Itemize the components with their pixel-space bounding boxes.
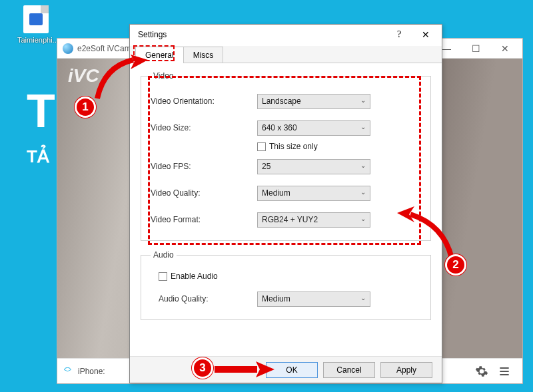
checkbox-label: This size only <box>269 142 318 151</box>
maximize-button[interactable]: ☐ <box>461 39 490 58</box>
help-button[interactable]: ? <box>386 25 412 44</box>
label-audio-quality: Audio Quality: <box>151 294 257 303</box>
settings-dialog: Settings ? ✕ General Miscs Video Video O… <box>129 24 442 383</box>
checkbox-label: Enable Audio <box>171 272 218 281</box>
chevron-down-icon: ⌄ <box>360 215 366 222</box>
settings-titlebar: Settings ? ✕ <box>130 25 442 45</box>
settings-title: Settings <box>138 30 386 39</box>
select-fps[interactable]: 25 ⌄ <box>257 159 370 174</box>
background-brand-text: T TẢ <box>27 88 55 167</box>
desktop-shortcut-label: Taimienphi.... <box>17 36 61 44</box>
annotation-arrow-1 <box>92 55 148 104</box>
svg-marker-3 <box>256 361 274 377</box>
chevron-down-icon: ⌄ <box>360 294 366 301</box>
label-orientation: Video Orientation: <box>151 97 257 106</box>
checkbox-enable-audio[interactable]: Enable Audio <box>159 272 421 281</box>
label-size: Video Size: <box>151 123 257 132</box>
settings-gear-button[interactable] <box>470 360 493 383</box>
desktop-shortcut[interactable]: Taimienphi.... <box>17 5 55 45</box>
chevron-down-icon: ⌄ <box>360 97 366 104</box>
video-group-legend: Video <box>151 71 176 81</box>
menu-button[interactable] <box>493 360 516 383</box>
chevron-down-icon: ⌄ <box>360 188 366 196</box>
dialog-button-row: OK Cancel Apply <box>130 356 442 383</box>
select-audio-quality[interactable]: Medium ⌄ <box>257 292 370 307</box>
gear-icon <box>475 365 488 378</box>
select-size[interactable]: 640 x 360 ⌄ <box>257 120 370 136</box>
select-quality[interactable]: Medium ⌄ <box>257 186 370 201</box>
annotation-arrow-3 <box>215 361 274 377</box>
chevron-down-icon: ⌄ <box>360 123 366 130</box>
checkbox-box <box>159 272 167 281</box>
select-format[interactable]: RGB24 + YUY2 ⌄ <box>257 212 370 228</box>
apply-button[interactable]: Apply <box>380 362 432 378</box>
cancel-button[interactable]: Cancel <box>323 362 375 378</box>
chevron-down-icon: ⌄ <box>360 162 366 169</box>
tab-miscs[interactable]: Miscs <box>183 47 224 63</box>
hamburger-icon <box>498 365 511 378</box>
file-icon <box>23 5 49 33</box>
settings-tabs: General Miscs <box>130 46 442 63</box>
label-fps: Video FPS: <box>151 162 257 171</box>
audio-group: Audio Enable Audio Audio Quality: Medium… <box>141 250 431 320</box>
svg-rect-2 <box>215 366 257 373</box>
wifi-icon: ⌔ <box>64 364 71 378</box>
audio-group-legend: Audio <box>151 250 177 260</box>
annotation-arrow-2 <box>397 206 458 264</box>
label-format: Video Format: <box>151 215 257 224</box>
label-quality: Video Quality: <box>151 188 257 198</box>
annotation-badge-3: 3 <box>192 357 213 379</box>
annotation-badge-1: 1 <box>75 97 96 118</box>
close-button[interactable]: ✕ <box>490 39 520 58</box>
select-orientation[interactable]: Landscape ⌄ <box>257 94 370 109</box>
checkbox-this-size-only[interactable]: This size only <box>257 142 421 151</box>
settings-close-button[interactable]: ✕ <box>412 25 439 44</box>
annotation-badge-2: 2 <box>445 254 466 276</box>
ivcam-app-icon <box>63 43 73 54</box>
settings-body: Video Video Orientation: Landscape ⌄ Vid… <box>130 63 442 356</box>
checkbox-box <box>257 142 266 151</box>
video-group: Video Video Orientation: Landscape ⌄ Vid… <box>141 71 431 241</box>
